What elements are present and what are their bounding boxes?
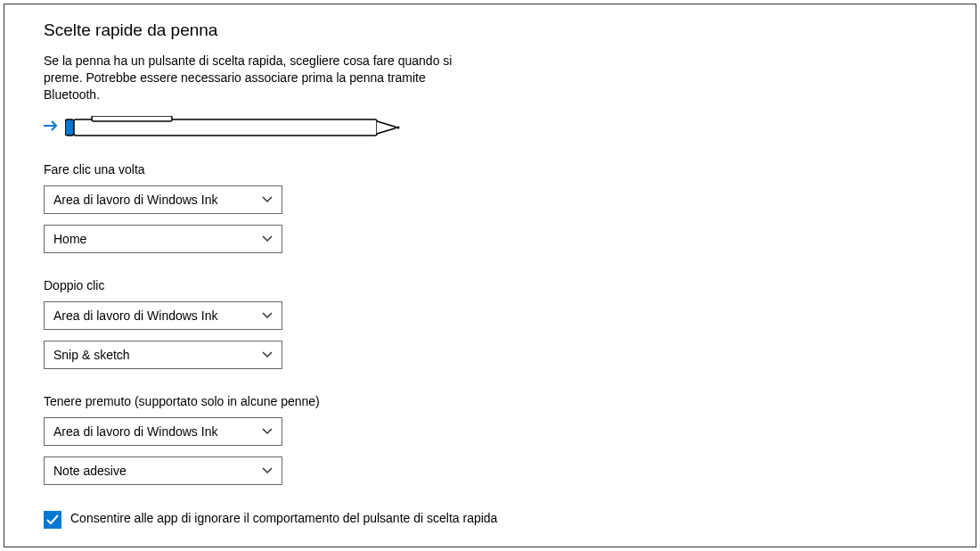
page-title: Scelte rapide da penna xyxy=(44,21,936,40)
select-value: Note adesive xyxy=(53,464,127,478)
chevron-down-icon xyxy=(262,234,273,244)
chevron-down-icon xyxy=(262,350,273,360)
chevron-down-icon xyxy=(262,426,273,437)
description: Se la penna ha un pulsante di scelta rap… xyxy=(44,53,453,103)
select-value: Home xyxy=(53,232,86,246)
select-value: Area di lavoro di Windows Ink xyxy=(53,424,217,439)
single-click-label: Fare clic una volta xyxy=(44,162,936,177)
double-click-label: Doppio clic xyxy=(44,278,936,292)
single-click-section: Fare clic una volta Area di lavoro di Wi… xyxy=(44,162,936,253)
double-click-section: Doppio clic Area di lavoro di Windows In… xyxy=(44,278,936,369)
single-click-select-1[interactable]: Area di lavoro di Windows Ink xyxy=(44,185,282,214)
svg-point-2 xyxy=(397,126,400,128)
check-icon xyxy=(46,514,59,525)
svg-rect-0 xyxy=(65,119,74,136)
double-click-select-2[interactable]: Snip & sketch xyxy=(44,341,282,369)
checkbox-allow-apps: Consentire alle app di ignorare il compo… xyxy=(44,510,936,529)
chevron-down-icon xyxy=(262,310,273,321)
select-value: Area di lavoro di Windows Ink xyxy=(53,308,217,323)
press-hold-section: Tenere premuto (supportato solo in alcun… xyxy=(44,394,936,485)
press-hold-select-2[interactable]: Note adesive xyxy=(44,456,282,485)
single-click-select-2[interactable]: Home xyxy=(44,225,282,253)
checkbox-allow-apps-label: Consentire alle app di ignorare il compo… xyxy=(70,510,497,527)
press-hold-label: Tenere premuto (supportato solo in alcun… xyxy=(44,394,936,408)
pen-icon xyxy=(65,116,404,139)
select-value: Snip & sketch xyxy=(53,348,130,362)
press-hold-select-1[interactable]: Area di lavoro di Windows Ink xyxy=(44,417,282,446)
chevron-down-icon xyxy=(262,194,273,205)
svg-rect-3 xyxy=(92,116,172,121)
pen-diagram xyxy=(44,116,936,139)
arrow-right-icon xyxy=(44,118,60,136)
select-value: Area di lavoro di Windows Ink xyxy=(53,193,217,207)
chevron-down-icon xyxy=(262,465,273,476)
checkbox-allow-apps-input[interactable] xyxy=(44,511,61,529)
double-click-select-1[interactable]: Area di lavoro di Windows Ink xyxy=(44,301,282,330)
